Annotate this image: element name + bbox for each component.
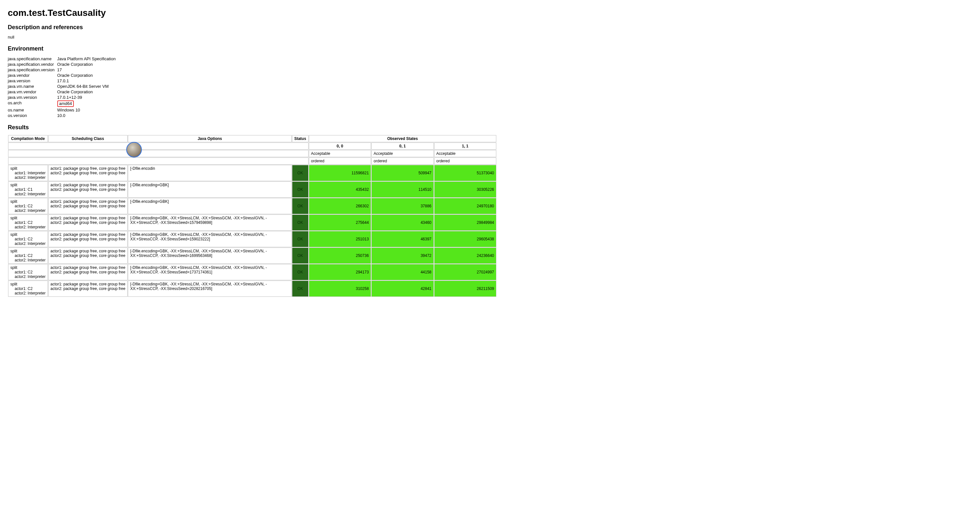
obs-11-ordered: ordered — [434, 157, 496, 165]
observed-count: 37886 — [371, 198, 433, 214]
col-scheduling: Scheduling Class — [48, 135, 127, 142]
status-badge: OK — [292, 281, 309, 297]
observed-count: 266302 — [309, 198, 371, 214]
environment-heading: Environment — [8, 45, 980, 52]
scheduling-class: actor1: package group free, core group f… — [48, 231, 127, 247]
env-row: os.nameWindows 10 — [8, 107, 118, 113]
java-options: [-Dfile.encoding=GBK] — [128, 198, 292, 214]
page-title: com.test.TestCausality — [8, 8, 980, 18]
obs-01-ordered: ordered — [371, 157, 433, 165]
env-value: OpenJDK 64-Bit Server VM — [57, 83, 118, 89]
env-key: os.version — [8, 113, 57, 118]
table-row: split actor1: C2 actor2: Interpreteracto… — [8, 281, 496, 297]
java-options: [-Dfile.encoding=GBK] — [128, 181, 292, 198]
observed-count: 43460 — [371, 214, 433, 231]
env-row: java.vendorOracle Corporation — [8, 73, 118, 78]
java-options: [-Dfile.encoding=GBK, -XX:+StressLCM, -X… — [128, 281, 292, 297]
results-header-row-2: 0, 0 0, 1 1, 1 — [8, 142, 496, 150]
observed-count: 114510 — [371, 181, 433, 198]
results-header-row-3: Acceptable Acceptable Acceptable — [8, 150, 496, 157]
observed-count: 46397 — [371, 231, 433, 247]
env-key: java.vendor — [8, 73, 57, 78]
scheduling-class: actor1: package group free, core group f… — [48, 248, 127, 264]
scheduling-class: actor1: package group free, core group f… — [48, 198, 127, 214]
table-row: split actor1: C2 actor2: Interpreteracto… — [8, 198, 496, 214]
status-badge: OK — [292, 165, 309, 181]
observed-count: 24236640 — [434, 248, 496, 264]
env-row: os.version10.0 — [8, 113, 118, 118]
compilation-mode: split actor1: C2 actor2: Interpreter — [8, 264, 48, 280]
env-value: Oracle Corporation — [57, 89, 118, 94]
env-value: 17.0.1+12-39 — [57, 94, 118, 100]
cursor-avatar-icon — [126, 142, 142, 157]
observed-count: 51373040 — [434, 165, 496, 181]
results-table: Compilation Mode Scheduling Class Java O… — [8, 135, 496, 297]
env-row: java.vm.vendorOracle Corporation — [8, 89, 118, 94]
env-key: java.vm.version — [8, 94, 57, 100]
env-key: java.vm.name — [8, 83, 57, 89]
status-badge: OK — [292, 198, 309, 214]
env-key: java.specification.vendor — [8, 62, 57, 67]
compilation-mode: split actor1: C2 actor2: Interpreter — [8, 248, 48, 264]
obs-01-acceptable: Acceptable — [371, 150, 433, 157]
scheduling-class: actor1: package group free, core group f… — [48, 281, 127, 297]
observed-count: 26211509 — [434, 281, 496, 297]
env-value: Java Platform API Specification — [57, 56, 118, 62]
observed-count: 310258 — [309, 281, 371, 297]
observed-count: 250736 — [309, 248, 371, 264]
observed-count: 251013 — [309, 231, 371, 247]
env-row: java.specification.nameJava Platform API… — [8, 56, 118, 62]
compilation-mode: split actor1: C1 actor2: Interpreter — [8, 181, 48, 198]
table-row: split actor1: C2 actor2: Interpreteracto… — [8, 264, 496, 280]
env-row: java.specification.vendorOracle Corporat… — [8, 62, 118, 67]
status-badge: OK — [292, 214, 309, 231]
obs-11: 1, 1 — [434, 142, 496, 150]
observed-count: 29849984 — [434, 214, 496, 231]
java-options: [-Dfile.encodin — [128, 165, 292, 181]
env-key: java.specification.version — [8, 67, 57, 73]
env-key: os.arch — [8, 100, 57, 107]
env-value: Windows 10 — [57, 107, 118, 113]
scheduling-class: actor1: package group free, core group f… — [48, 214, 127, 231]
obs-00: 0, 0 — [309, 142, 371, 150]
java-options: [-Dfile.encoding=GBK, -XX:+StressLCM, -X… — [128, 248, 292, 264]
results-header-row-1: Compilation Mode Scheduling Class Java O… — [8, 135, 496, 142]
compilation-mode: split actor1: C2 actor2: Interpreter — [8, 231, 48, 247]
java-options: [-Dfile.encoding=GBK, -XX:+StressLCM, -X… — [128, 231, 292, 247]
observed-count: 39472 — [371, 248, 433, 264]
status-badge: OK — [292, 231, 309, 247]
env-value: 10.0 — [57, 113, 118, 118]
observed-count: 27024997 — [434, 264, 496, 280]
observed-count: 44158 — [371, 264, 433, 280]
status-badge: OK — [292, 181, 309, 198]
table-row: split actor1: C1 actor2: Interpreteracto… — [8, 181, 496, 198]
compilation-mode: split actor1: C2 actor2: Interpreter — [8, 214, 48, 231]
env-row: java.vm.nameOpenJDK 64-Bit Server VM — [8, 83, 118, 89]
col-compilation: Compilation Mode — [8, 135, 48, 142]
environment-table: java.specification.nameJava Platform API… — [8, 56, 118, 118]
status-badge: OK — [292, 248, 309, 264]
observed-count: 29605438 — [434, 231, 496, 247]
obs-11-acceptable: Acceptable — [434, 150, 496, 157]
table-row: split actor1: C2 actor2: Interpreteracto… — [8, 214, 496, 231]
env-key: java.specification.name — [8, 56, 57, 62]
env-value: 17 — [57, 67, 118, 73]
observed-count: 30305226 — [434, 181, 496, 198]
compilation-mode: split actor1: Interpreter actor2: Interp… — [8, 165, 48, 181]
compilation-mode: split actor1: C2 actor2: Interpreter — [8, 198, 48, 214]
env-key: os.name — [8, 107, 57, 113]
scheduling-class: actor1: package group free, core group f… — [48, 165, 127, 181]
col-status: Status — [292, 135, 309, 142]
observed-count: 11596821 — [309, 165, 371, 181]
results-heading: Results — [8, 124, 980, 131]
env-value: 17.0.1 — [57, 78, 118, 83]
observed-count: 294173 — [309, 264, 371, 280]
obs-01: 0, 1 — [371, 142, 433, 150]
table-row: split actor1: C2 actor2: Interpreteracto… — [8, 231, 496, 247]
env-value: Oracle Corporation — [57, 73, 118, 78]
env-row: java.vm.version17.0.1+12-39 — [8, 94, 118, 100]
observed-count: 24970180 — [434, 198, 496, 214]
col-javaoptions: Java Options — [128, 135, 292, 142]
java-options: [-Dfile.encoding=GBK, -XX:+StressLCM, -X… — [128, 214, 292, 231]
observed-count: 509947 — [371, 165, 433, 181]
